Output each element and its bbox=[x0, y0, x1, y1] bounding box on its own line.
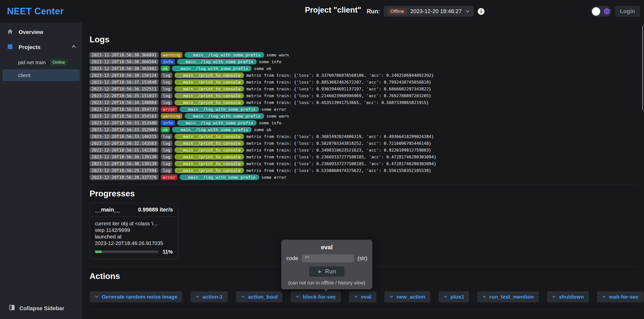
log-level-badge: log bbox=[161, 161, 172, 166]
log-level-badge: info bbox=[161, 59, 175, 64]
run-datetime: 2023-12-20 18:46:27 bbox=[410, 8, 462, 15]
progress-fill bbox=[95, 251, 102, 253]
collapse-sidebar-button[interactable]: Collapse Sidebar bbox=[0, 302, 82, 314]
collapse-sidebar-label: Collapse Sidebar bbox=[19, 305, 64, 312]
log-row: 2023-12-20T18:56:30.139139 log __main__/… bbox=[90, 154, 638, 160]
app-logo[interactable]: NEET Center bbox=[0, 6, 75, 17]
sidebar-item-label: Overview bbox=[19, 29, 43, 36]
log-message: some ok bbox=[254, 66, 271, 71]
action-button[interactable]: run_test_mention bbox=[477, 291, 539, 302]
log-topic-badge: __main__/print_to_console bbox=[175, 168, 244, 173]
log-row: 2023-12-20T18:56:35.151037 log __main__/… bbox=[90, 93, 638, 98]
sidebar-project-pid-net-train[interactable]: pid net train Online bbox=[3, 56, 80, 68]
log-timestamp-badge: 2023-12-20T18:56:34.148884 bbox=[90, 100, 158, 105]
dark-theme-moon-icon bbox=[603, 8, 610, 15]
log-topic-badge: __main__/print_to_console bbox=[175, 86, 244, 92]
project-label: pid net train bbox=[18, 59, 46, 65]
login-button[interactable]: Login bbox=[615, 6, 640, 17]
log-topic-badge: __main__/print_to_console bbox=[175, 134, 244, 139]
logs-heading: Logs bbox=[90, 35, 638, 44]
action-button[interactable]: shutdown bbox=[547, 291, 589, 302]
log-message: metrix from train: {'loss': 0.3498310623… bbox=[246, 148, 431, 153]
info-icon[interactable]: i bbox=[478, 8, 485, 15]
log-timestamp-badge: 2023-12-20T18:56:32.143583 bbox=[90, 140, 158, 146]
log-message: metrix from train: {'loss': 0.8853682462… bbox=[246, 80, 431, 85]
action-button[interactable]: block-for-sec bbox=[291, 291, 341, 302]
run-selector[interactable]: Offline 2023-12-20 18:46:27 bbox=[384, 6, 474, 17]
action-label: wait-for-sec bbox=[609, 294, 639, 300]
theme-toggle[interactable] bbox=[591, 6, 611, 17]
log-message: metrix from train: {'loss': 0.5828703343… bbox=[246, 141, 431, 146]
log-level-badge: ok bbox=[161, 127, 170, 132]
code-field-label: code bbox=[286, 255, 298, 262]
action-button[interactable]: eval bbox=[349, 291, 376, 302]
play-icon bbox=[317, 269, 322, 274]
log-topic-badge: __main__/print_to_console bbox=[175, 140, 244, 146]
action-button[interactable]: plus1 bbox=[438, 291, 469, 302]
log-level-badge: ok bbox=[161, 66, 170, 71]
eval-popup-note: (can not run in offline / history view) bbox=[286, 280, 367, 286]
sidebar-item-overview[interactable]: Overview bbox=[0, 26, 82, 38]
log-topic-badge: __main__/log_with_some_prefix bbox=[180, 174, 259, 180]
log-message: metrix from train: {'loss': 0.2366933727… bbox=[246, 161, 436, 166]
action-label: action-1 bbox=[203, 294, 223, 300]
action-label: action_bool bbox=[248, 294, 278, 300]
log-message: some info bbox=[259, 121, 281, 125]
chevron-down-icon bbox=[195, 294, 199, 300]
action-label: run_test_mention bbox=[489, 294, 534, 300]
sidebar-item-label: Projects bbox=[19, 44, 41, 51]
log-message: metrix from train: {'loss': 0.9302944691… bbox=[246, 87, 431, 91]
log-timestamp-badge: 2023-12-20T18:56:31.142288 bbox=[90, 147, 158, 153]
action-label: Generate random noise image bbox=[102, 294, 177, 300]
code-field-type: (str) bbox=[357, 255, 367, 262]
log-level-badge: log bbox=[161, 100, 172, 105]
log-row: 2023-12-20T18:56:38.366891 warning __mai… bbox=[90, 52, 638, 58]
progress-percent: 11% bbox=[163, 249, 173, 255]
home-icon bbox=[7, 28, 13, 36]
log-message: some warn bbox=[266, 53, 289, 57]
log-topic-badge: __main__/print_to_console bbox=[175, 100, 244, 105]
log-level-badge: warning bbox=[161, 113, 182, 119]
log-level-badge: log bbox=[161, 134, 172, 139]
log-row: 2023-12-20T18:56:28.337376 error __main_… bbox=[90, 174, 638, 180]
action-button[interactable]: action_bool bbox=[236, 291, 283, 302]
page-title: Project "client" bbox=[305, 6, 361, 15]
action-label: eval bbox=[361, 294, 371, 300]
divider bbox=[90, 309, 638, 310]
log-level-badge: log bbox=[161, 79, 172, 85]
action-button[interactable]: wait-for-sec bbox=[597, 291, 644, 302]
log-level-badge: error bbox=[161, 174, 177, 180]
log-timestamp-badge: 2023-12-20T18:56:30.139139 bbox=[90, 154, 158, 160]
code-input[interactable] bbox=[302, 254, 354, 262]
sidebar: Overview Projects pid net train Online c… bbox=[0, 23, 82, 319]
log-row: 2023-12-20T18:56:37.153848 log __main__/… bbox=[90, 79, 638, 85]
log-level-badge: info bbox=[161, 120, 175, 126]
log-message: some warn bbox=[266, 114, 289, 119]
progress-detail-line: current iter obj of <class 'i... bbox=[95, 220, 173, 227]
sidebar-item-projects[interactable]: Projects bbox=[0, 41, 82, 53]
divider bbox=[90, 184, 638, 184]
action-button[interactable]: new_action bbox=[384, 291, 430, 302]
log-level-badge: log bbox=[161, 73, 172, 78]
run-area: Run: Offline 2023-12-20 18:46:27 i bbox=[367, 0, 485, 23]
log-timestamp-badge: 2023-12-20T18:56:29.137594 bbox=[90, 168, 158, 173]
sidebar-project-client[interactable]: client bbox=[3, 69, 80, 81]
log-message: some info bbox=[259, 59, 281, 64]
run-button[interactable]: Run bbox=[309, 266, 344, 277]
progress-bar-track bbox=[95, 251, 158, 253]
action-button[interactable]: Generate random noise image bbox=[90, 291, 182, 302]
log-level-badge: warning bbox=[161, 52, 182, 58]
header-right: Login bbox=[591, 0, 640, 23]
chevron-down-icon bbox=[602, 294, 606, 300]
log-message: some error bbox=[261, 175, 286, 180]
log-topic-badge: __main__/print_to_console bbox=[175, 79, 244, 85]
log-row: 2023-12-20T18:56:30.139139 log __main__/… bbox=[90, 161, 638, 166]
log-timestamp-badge: 2023-12-20T18:56:38.365982 bbox=[90, 66, 158, 71]
run-status-badge: Offline bbox=[387, 8, 407, 15]
log-row: 2023-12-20T18:56:33.354163 warning __mai… bbox=[90, 113, 638, 119]
log-message: metrix from train: {'loss': 0.3681492024… bbox=[246, 134, 434, 139]
scrollbar-thumb[interactable] bbox=[642, 26, 643, 110]
log-message: metrix from train: {'loss': 0.2366933727… bbox=[246, 155, 436, 159]
action-label: plus1 bbox=[451, 294, 464, 300]
action-button[interactable]: action-1 bbox=[190, 291, 228, 302]
